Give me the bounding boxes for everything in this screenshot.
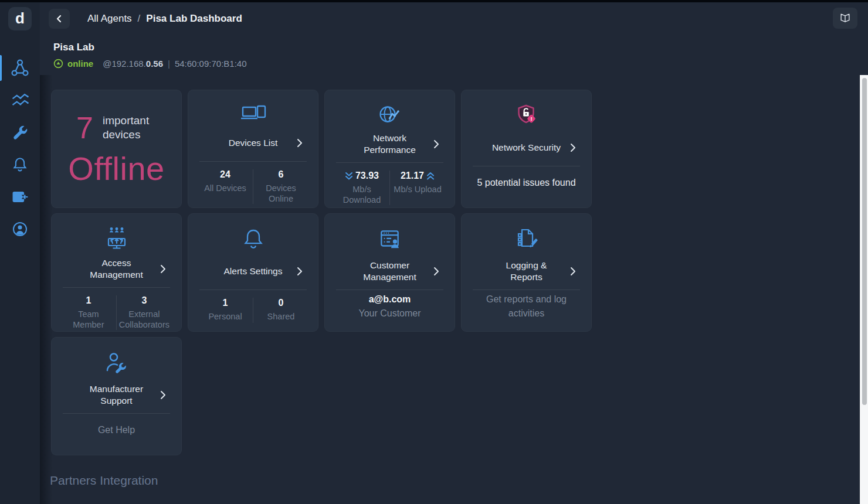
network-performance-icon — [334, 102, 445, 127]
stat-all-devices: 24 All Devices — [198, 169, 253, 204]
stat-download: 73.93 Mb/s Download — [334, 171, 389, 205]
chevron-right-icon[interactable] — [570, 143, 576, 152]
devices-list-card[interactable]: Devices List 24 All Devices 6 Devices On… — [188, 90, 318, 208]
back-button[interactable] — [49, 9, 70, 29]
sidebar-item-remote-connect[interactable] — [0, 181, 40, 213]
svg-text:!: ! — [530, 115, 532, 122]
breadcrumb-separator: / — [138, 13, 141, 25]
card-title-row: Network Performance — [334, 132, 445, 156]
customer-email: a@b.com — [369, 294, 411, 305]
sidebar-item-network-topology[interactable] — [0, 52, 40, 84]
alerts-bell-icon — [198, 226, 308, 254]
offline-count-label: important devices — [103, 114, 157, 142]
customer-summary: a@b.com Your Customer — [334, 290, 445, 323]
app-logo[interactable]: d — [8, 7, 32, 30]
card-title-row: Customer Management — [334, 259, 445, 284]
network-security-icon: ! — [471, 102, 582, 130]
dashboard-cards-grid: 7 important devices Offline Devices List — [51, 90, 860, 455]
sidebar-item-alerts[interactable] — [0, 148, 40, 181]
access-management-card[interactable]: Access Management 1 Team Member 3 Extern… — [51, 213, 182, 332]
logging-note: Get reports and log activities — [471, 290, 582, 323]
offline-count-row: 7 important devices — [60, 113, 173, 143]
network-performance-card[interactable]: Network Performance — [324, 90, 455, 208]
card-title-row: Access Management — [61, 257, 172, 281]
alerts-settings-card[interactable]: Alerts Settings 1 Personal 0 Shared — [188, 213, 318, 332]
breadcrumb: All Agents / Pisa Lab Dashboard — [87, 13, 242, 25]
wrench-icon — [11, 123, 29, 142]
chevron-right-icon[interactable] — [160, 264, 166, 274]
online-status-label: online — [67, 59, 93, 69]
sidebar-item-performance[interactable] — [0, 84, 40, 116]
card-stats: 1 Team Member 3 External Collaborators — [61, 288, 172, 330]
card-title-row: Logging & Reports — [471, 259, 582, 284]
customer-label: Your Customer — [358, 308, 421, 319]
network-security-card[interactable]: ! Network Security 5 potential issues fo… — [461, 90, 592, 208]
chevron-right-icon[interactable] — [570, 267, 576, 276]
sidebar-item-settings[interactable] — [0, 116, 40, 148]
customer-management-icon — [334, 226, 445, 254]
sidebar-nav — [0, 52, 40, 245]
agent-dashboard: d — [0, 0, 868, 504]
active-indicator — [0, 55, 2, 81]
offline-status-text: Offline — [60, 152, 173, 185]
customer-management-card[interactable]: Customer Management a@b.com Your Custome… — [324, 213, 455, 332]
card-stats: 73.93 Mb/s Download 21.17 — [334, 163, 445, 205]
stat-shared-alerts: 0 Shared — [253, 298, 308, 323]
online-status-icon — [53, 59, 63, 69]
stat-external-collaborators: 3 External Collaborators — [116, 295, 172, 330]
top-bar: All Agents / Pisa Lab Dashboard — [40, 2, 868, 35]
chevron-right-icon[interactable] — [433, 267, 439, 276]
knowledge-base-button[interactable] — [833, 8, 857, 29]
card-title: Logging & Reports — [490, 260, 563, 284]
card-title-row: Devices List — [198, 131, 308, 155]
agent-name: Pisa Lab — [53, 42, 94, 53]
card-title: Network Security — [492, 142, 561, 154]
breadcrumb-current: Pisa Lab Dashboard — [146, 13, 242, 25]
bell-icon — [11, 155, 29, 174]
card-title: Access Management — [80, 257, 153, 281]
offline-count: 7 — [76, 113, 93, 143]
scrollbar-thumb[interactable] — [862, 78, 867, 405]
chevron-right-icon[interactable] — [160, 390, 166, 400]
sidebar: d — [0, 2, 40, 504]
manufacturer-support-card[interactable]: Manufacturer Support Get Help — [51, 337, 182, 455]
devices-icon — [198, 102, 308, 125]
partners-integration-heading: Partners Integration — [50, 474, 860, 488]
card-stats: 1 Personal 0 Shared — [198, 290, 308, 323]
stat-personal-alerts: 1 Personal — [198, 298, 253, 323]
stat-upload: 21.17 Mb/s Upload — [389, 171, 445, 205]
access-management-icon — [61, 226, 172, 251]
back-chevron-icon — [55, 14, 64, 23]
agent-ip: @192.168.0.56 — [103, 59, 163, 69]
double-chevron-down-icon — [345, 172, 353, 181]
card-title-row: Manufacturer Support — [61, 383, 172, 407]
sidebar-item-account[interactable] — [0, 213, 40, 245]
security-issues-note: 5 potential issues found — [471, 166, 582, 199]
stat-devices-online: 6 Devices Online — [253, 169, 308, 204]
agent-mac-address: 54:60:09:70:B1:40 — [175, 59, 247, 69]
open-book-icon — [839, 12, 852, 24]
breadcrumb-all-agents[interactable]: All Agents — [87, 13, 132, 25]
stat-team-member: 1 Team Member — [61, 295, 116, 330]
card-title: Network Performance — [354, 132, 426, 156]
offline-devices-card[interactable]: 7 important devices Offline — [51, 90, 182, 208]
card-title-row: Alerts Settings — [198, 259, 308, 284]
chevron-right-icon[interactable] — [433, 139, 439, 149]
dashboard-content: 7 important devices Offline Devices List — [40, 75, 860, 504]
chevron-right-icon[interactable] — [297, 267, 303, 276]
card-stats: 24 All Devices 6 Devices Online — [198, 162, 308, 204]
status-divider: | — [168, 59, 170, 69]
double-chevron-up-icon — [426, 172, 435, 181]
agent-header: Pisa Lab online @192.168.0.56 | 54:60:09… — [40, 35, 860, 75]
remote-device-icon — [11, 188, 29, 206]
chevron-right-icon[interactable] — [297, 138, 303, 148]
card-title: Devices List — [229, 137, 278, 149]
logging-reports-icon — [471, 226, 582, 254]
card-title: Manufacturer Support — [80, 383, 153, 407]
card-title: Customer Management — [354, 260, 426, 284]
logging-reports-card[interactable]: Logging & Reports Get reports and log ac… — [461, 213, 592, 332]
card-title: Alerts Settings — [224, 265, 283, 277]
support-note: Get Help — [61, 414, 172, 447]
vertical-scrollbar — [860, 75, 868, 504]
logo-letter: d — [15, 11, 25, 26]
